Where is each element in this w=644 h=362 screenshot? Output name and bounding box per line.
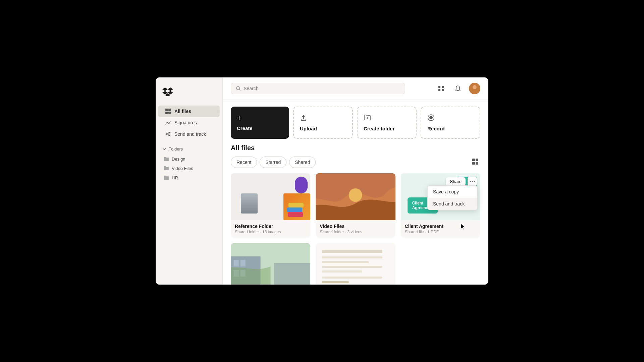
ellipsis-icon bbox=[470, 181, 475, 182]
apps-grid-icon bbox=[438, 85, 444, 92]
signatures-icon bbox=[165, 120, 171, 126]
plus-icon: + bbox=[237, 113, 241, 123]
file-name: Reference Folder bbox=[235, 224, 306, 229]
svg-point-20 bbox=[470, 181, 471, 182]
bell-icon bbox=[454, 85, 461, 92]
tab-recent[interactable]: Recent bbox=[231, 157, 257, 168]
purple-accent bbox=[295, 177, 308, 193]
folder-plus-icon bbox=[364, 114, 371, 123]
svg-rect-25 bbox=[234, 260, 239, 266]
grid-view-toggle[interactable] bbox=[470, 157, 480, 168]
sidebar-item-all-files[interactable]: All files bbox=[158, 106, 220, 117]
files-grid: Reference Folder Shared folder · 13 imag… bbox=[231, 173, 480, 238]
tab-shared[interactable]: Shared bbox=[289, 157, 316, 168]
dropbox-logo-icon bbox=[162, 87, 173, 96]
file-thumbnail-bottom-1 bbox=[231, 243, 310, 285]
folder-design-label: Design bbox=[172, 157, 185, 162]
svg-rect-31 bbox=[322, 250, 382, 253]
files-title: All files bbox=[231, 144, 480, 152]
svg-point-22 bbox=[474, 181, 475, 182]
folder-design[interactable]: Design bbox=[162, 154, 216, 164]
svg-point-13 bbox=[429, 116, 433, 119]
svg-rect-34 bbox=[322, 266, 382, 268]
file-thumbnail-bottom-2 bbox=[316, 243, 395, 285]
main-content: + Create Upload bbox=[223, 77, 488, 285]
folder-hr[interactable]: HR bbox=[162, 173, 216, 182]
svg-rect-0 bbox=[165, 109, 168, 111]
action-cards: + Create Upload bbox=[223, 100, 488, 144]
file-card-bottom-1[interactable] bbox=[231, 243, 310, 285]
grid-apps-button[interactable] bbox=[435, 83, 447, 94]
svg-rect-7 bbox=[442, 86, 444, 88]
empty-cell bbox=[401, 243, 480, 285]
create-label: Create bbox=[237, 125, 253, 131]
svg-rect-33 bbox=[322, 261, 369, 263]
upload-button[interactable]: Upload bbox=[293, 107, 353, 139]
sidebar-logo bbox=[156, 84, 222, 106]
sidebar-item-all-files-label: All files bbox=[174, 109, 191, 114]
svg-rect-36 bbox=[322, 277, 382, 279]
file-card-bottom-2[interactable] bbox=[316, 243, 395, 285]
svg-rect-15 bbox=[476, 159, 478, 161]
folder-video-files[interactable]: Video Files bbox=[162, 164, 216, 173]
svg-point-19 bbox=[349, 188, 362, 202]
files-grid-row2 bbox=[231, 243, 480, 285]
sidebar: All files Signatures Send and track bbox=[156, 77, 223, 285]
svg-rect-2 bbox=[165, 112, 168, 114]
folder-icon bbox=[164, 166, 169, 171]
wave-graphic bbox=[316, 173, 395, 220]
search-input[interactable] bbox=[244, 86, 400, 91]
svg-rect-29 bbox=[274, 263, 311, 285]
svg-rect-32 bbox=[322, 256, 382, 258]
grid-layout-icon bbox=[472, 158, 479, 165]
file-info: Client Agreement Shared file · 1 PDF bbox=[401, 220, 480, 238]
folder-video-files-label: Video Files bbox=[172, 166, 193, 171]
chevron-down-icon bbox=[162, 147, 166, 151]
record-button[interactable]: Record bbox=[421, 107, 480, 139]
svg-rect-37 bbox=[322, 281, 349, 283]
sidebar-item-signatures-label: Signatures bbox=[174, 120, 197, 125]
svg-rect-26 bbox=[240, 260, 246, 266]
layer-blue bbox=[287, 207, 302, 212]
file-info: Video Files Shared folder · 3 videos bbox=[316, 220, 395, 238]
file-card-client-agreement[interactable]: ClientAgreement Share bbox=[401, 173, 480, 238]
sidebar-item-signatures[interactable]: Signatures bbox=[158, 117, 220, 128]
folders-header[interactable]: Folders bbox=[162, 146, 216, 152]
search-bar[interactable] bbox=[231, 83, 405, 94]
avatar[interactable] bbox=[469, 83, 480, 94]
all-files-icon bbox=[165, 108, 171, 114]
file-card-video-files[interactable]: Video Files Shared folder · 3 videos bbox=[316, 173, 395, 238]
folder-icon bbox=[164, 156, 169, 162]
svg-point-21 bbox=[472, 181, 473, 182]
file-meta: Shared folder · 3 videos bbox=[320, 230, 391, 234]
svg-rect-8 bbox=[438, 89, 440, 91]
building-graphic bbox=[231, 243, 310, 285]
create-folder-label: Create folder bbox=[364, 126, 395, 131]
file-meta: Shared file · 1 PDF bbox=[405, 230, 476, 234]
folders-section: Folders Design Video Files HR bbox=[156, 146, 222, 182]
avatar-image bbox=[469, 83, 480, 94]
create-folder-button[interactable]: Create folder bbox=[357, 107, 417, 139]
record-icon bbox=[427, 114, 435, 123]
notifications-button[interactable] bbox=[452, 83, 464, 94]
upload-icon bbox=[300, 114, 307, 123]
sidebar-nav: All files Signatures Send and track bbox=[156, 106, 222, 140]
file-meta: Shared folder · 13 images bbox=[235, 230, 306, 234]
file-thumbnail bbox=[316, 173, 395, 220]
svg-rect-1 bbox=[168, 109, 171, 111]
share-button[interactable]: Share bbox=[446, 177, 466, 186]
sidebar-item-send-and-track[interactable]: Send and track bbox=[158, 128, 220, 140]
tab-starred[interactable]: Starred bbox=[260, 157, 286, 168]
file-name: Video Files bbox=[320, 224, 391, 229]
more-options-button[interactable] bbox=[468, 177, 477, 186]
svg-rect-9 bbox=[442, 89, 444, 91]
svg-rect-6 bbox=[438, 86, 440, 88]
folders-label: Folders bbox=[168, 146, 183, 152]
svg-rect-16 bbox=[472, 162, 475, 165]
context-menu: Save a copy Send and track bbox=[427, 185, 478, 210]
file-card-reference-folder[interactable]: Reference Folder Shared folder · 13 imag… bbox=[231, 173, 310, 238]
create-button[interactable]: + Create bbox=[231, 107, 289, 139]
context-save-copy[interactable]: Save a copy bbox=[428, 186, 477, 198]
header bbox=[223, 77, 488, 100]
context-send-track[interactable]: Send and track bbox=[428, 198, 477, 210]
